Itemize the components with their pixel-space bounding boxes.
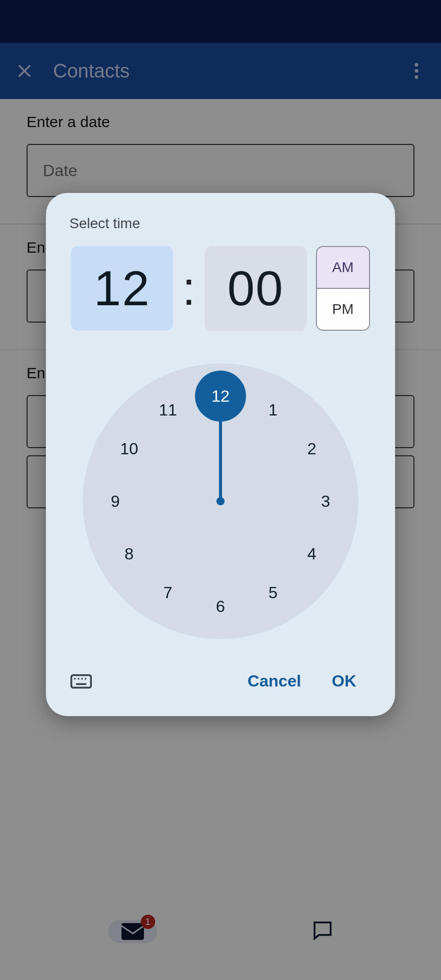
time-colon: :	[182, 262, 195, 315]
minute-display[interactable]: 00	[205, 246, 307, 331]
hour-8[interactable]: 8	[114, 538, 144, 569]
hour-6[interactable]: 6	[205, 591, 236, 622]
ok-button[interactable]: OK	[316, 665, 372, 698]
dialog-title: Select time	[46, 215, 395, 246]
hour-10[interactable]: 10	[114, 433, 144, 464]
hour-display[interactable]: 12	[71, 246, 173, 331]
am-button[interactable]: AM	[317, 247, 369, 289]
hour-3[interactable]: 3	[310, 486, 341, 517]
keyboard-icon	[70, 674, 92, 689]
ampm-toggle: AM PM	[316, 246, 370, 331]
pm-button[interactable]: PM	[317, 289, 369, 330]
cancel-button[interactable]: Cancel	[232, 665, 316, 698]
keyboard-input-toggle[interactable]	[69, 670, 93, 693]
clock-center-dot	[216, 497, 225, 505]
clock-face[interactable]: 12 1 2 3 4 5 6 7 8 9 10 11	[83, 363, 358, 639]
hour-1[interactable]: 1	[258, 395, 288, 425]
hour-2[interactable]: 2	[297, 433, 327, 464]
hour-11[interactable]: 11	[153, 395, 183, 425]
selected-hour-knob[interactable]: 12	[195, 371, 246, 422]
hour-7[interactable]: 7	[153, 577, 183, 608]
hour-5[interactable]: 5	[258, 577, 288, 608]
hour-4[interactable]: 4	[297, 538, 327, 569]
svg-rect-5	[71, 675, 91, 688]
hour-9[interactable]: 9	[100, 486, 131, 517]
time-picker-dialog: Select time 12 : 00 AM PM 12 1 2 3 4 5 6…	[46, 193, 395, 716]
